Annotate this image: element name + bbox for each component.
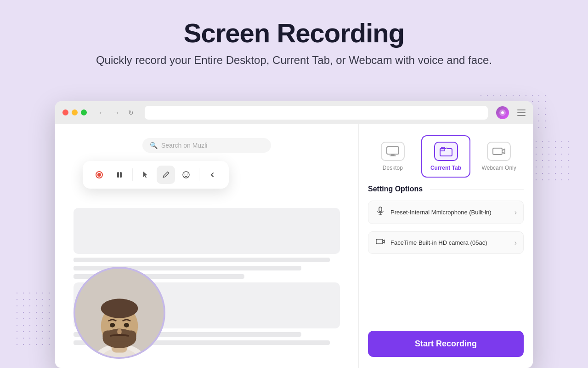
pause-button[interactable] (110, 166, 129, 184)
svg-rect-5 (120, 172, 122, 178)
toolbar-divider (132, 168, 133, 181)
browser-chrome: ← → ↻ (55, 101, 533, 124)
browser-nav: ← → ↻ (96, 107, 136, 118)
mode-current-tab[interactable]: Current Tab (421, 135, 471, 178)
left-panel: 🔍 Search on Muzli (55, 124, 358, 368)
desktop-label: Desktop (383, 165, 403, 171)
hamburger-menu[interactable] (517, 109, 526, 116)
address-bar[interactable] (145, 106, 488, 120)
search-placeholder-text: Search on Muzli (161, 142, 207, 149)
close-button-traffic-light[interactable] (62, 109, 68, 115)
svg-point-19 (117, 329, 122, 335)
svg-point-8 (187, 174, 188, 175)
current-tab-icon-box (434, 142, 458, 161)
camera-text: FaceTime Built-in HD camera (05ac) (390, 239, 510, 246)
content-placeholder-1 (74, 208, 340, 254)
webcam-only-label: Webcam Only (482, 165, 516, 171)
page-title: Screen Recording (0, 18, 588, 48)
svg-rect-21 (391, 155, 395, 155)
forward-button[interactable]: → (111, 107, 122, 118)
right-panel: Desktop Current Tab (358, 124, 533, 368)
svg-rect-32 (376, 239, 383, 244)
line-placeholder-1 (74, 258, 330, 262)
settings-header: Setting Options (368, 185, 524, 193)
start-recording-button[interactable]: Start Recording (368, 331, 524, 357)
svg-point-26 (443, 147, 445, 149)
microphone-icon (375, 207, 386, 218)
camera-icon (375, 237, 386, 248)
back-button[interactable]: ← (96, 107, 107, 118)
settings-divider (430, 189, 524, 190)
svg-point-25 (441, 147, 443, 149)
maximize-button-traffic-light[interactable] (81, 109, 87, 115)
settings-title: Setting Options (368, 185, 423, 193)
mode-selector: Desktop Current Tab (368, 135, 524, 178)
microphone-text: Preset-Internal Mmicrophone (Built-in) (390, 209, 510, 216)
record-button[interactable] (90, 166, 108, 184)
svg-point-7 (185, 174, 186, 175)
mode-webcam-only[interactable]: Webcam Only (474, 135, 524, 178)
microphone-setting[interactable]: Preset-Internal Mmicrophone (Built-in) › (368, 201, 524, 224)
face-button[interactable] (177, 166, 195, 184)
svg-point-18 (124, 323, 130, 328)
recording-toolbar (83, 161, 229, 189)
new-tab-search[interactable]: 🔍 Search on Muzli (142, 138, 271, 153)
svg-point-6 (183, 172, 189, 178)
traffic-lights (62, 109, 87, 115)
search-icon: 🔍 (150, 142, 158, 149)
svg-rect-24 (440, 149, 445, 151)
camera-setting[interactable]: FaceTime Built-in HD camera (05ac) › (368, 231, 524, 254)
cursor-button[interactable] (136, 166, 155, 184)
browser-content: 🔍 Search on Muzli (55, 124, 533, 368)
svg-point-17 (110, 323, 115, 328)
svg-point-14 (101, 299, 138, 318)
svg-rect-29 (379, 207, 382, 212)
dots-decoration-bottom-left (14, 290, 60, 345)
extension-icon[interactable] (496, 106, 509, 119)
webcam-preview (74, 267, 165, 359)
reload-button[interactable]: ↻ (125, 107, 136, 118)
toolbar-divider-2 (199, 168, 199, 181)
webcam-icon-box (487, 142, 511, 161)
minimize-button-traffic-light[interactable] (72, 109, 78, 115)
svg-point-3 (97, 173, 101, 177)
svg-rect-20 (387, 147, 399, 154)
camera-chevron-icon: › (514, 239, 517, 247)
pen-button[interactable] (157, 166, 175, 184)
svg-point-1 (501, 111, 504, 114)
browser-window: ← → ↻ 🔍 Search on Muzli (55, 101, 533, 368)
svg-rect-22 (390, 155, 396, 156)
desktop-icon-box (381, 142, 405, 161)
svg-point-27 (446, 147, 447, 149)
page-subtitle: Quickly record your Entire Desktop, Curr… (0, 52, 588, 68)
collapse-toolbar-button[interactable] (203, 166, 221, 184)
svg-rect-4 (117, 172, 119, 178)
microphone-chevron-icon: › (514, 208, 517, 217)
dots-decoration-right-middle (533, 138, 570, 184)
svg-rect-28 (493, 148, 502, 155)
mode-desktop[interactable]: Desktop (368, 135, 418, 178)
current-tab-label: Current Tab (430, 165, 461, 171)
